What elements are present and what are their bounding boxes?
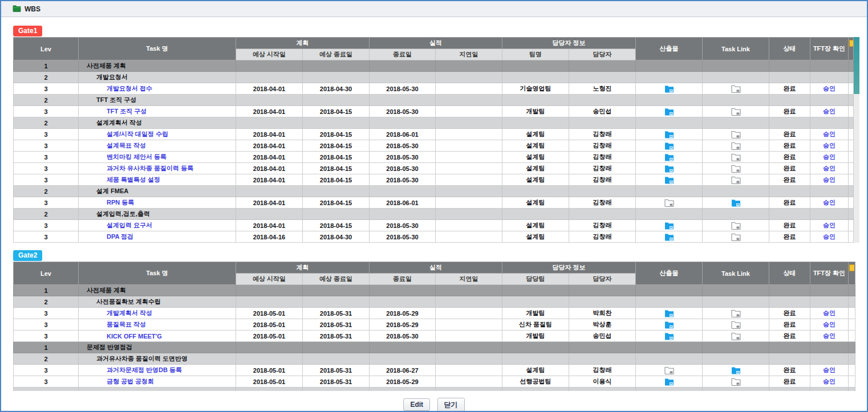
approve-link[interactable]: 승인: [823, 142, 835, 149]
plan-end-cell: 2018-04-30: [303, 231, 370, 243]
task-name-link[interactable]: 과거차 유사차종 품질이력 등록: [81, 165, 193, 172]
task-name-link[interactable]: 품질목표 작성: [81, 321, 146, 328]
folder-blue-icon[interactable]: [664, 377, 674, 384]
plan-start-cell: 2018-05-01: [236, 365, 303, 376]
col-group-plan: 계획: [236, 262, 370, 274]
folder-blue-icon[interactable]: [664, 309, 674, 316]
folder-blue-icon[interactable]: [664, 164, 674, 171]
scrollbar-thumb[interactable]: [854, 37, 859, 94]
task-name-link[interactable]: 개발계획서 작성: [81, 309, 152, 316]
team-cell: [502, 72, 569, 83]
approve-link[interactable]: 승인: [823, 321, 835, 328]
edit-button[interactable]: Edit: [403, 398, 430, 411]
approve-link[interactable]: 승인: [823, 130, 835, 137]
task-name-link[interactable]: RPN 등록: [81, 199, 134, 206]
folder-blue-icon[interactable]: [664, 84, 674, 91]
confirm-cell: [810, 186, 849, 197]
approve-link[interactable]: 승인: [823, 233, 835, 240]
folder-outline-icon[interactable]: [731, 164, 741, 171]
confirm-cell: [810, 72, 849, 83]
status-cell: 완료: [769, 140, 810, 152]
approve-link[interactable]: 승인: [823, 165, 835, 172]
folder-outline-icon[interactable]: [664, 198, 674, 205]
clipped-cell: [849, 308, 855, 319]
task-row: 3벤치마킹 제안서 등록2018-04-012018-04-152018-05-…: [14, 152, 854, 163]
task-name-link[interactable]: DPA 점검: [81, 233, 133, 240]
plan-end-cell: [303, 285, 370, 296]
folder-blue-icon[interactable]: [664, 130, 674, 137]
clipped-cell: [849, 129, 854, 140]
task-name-link[interactable]: 개발요청서 접수: [81, 85, 152, 92]
folder-blue-icon[interactable]: [664, 176, 674, 182]
folder-outline-icon[interactable]: [731, 84, 741, 91]
actual-end-cell: 2018-05-30: [370, 140, 436, 152]
status-cell: 완료: [769, 163, 810, 174]
approve-link[interactable]: 승인: [823, 309, 835, 316]
plan-end-cell: 2018-05-31: [303, 376, 370, 387]
confirm-cell: 승인: [810, 197, 849, 209]
clipped-cell: [849, 353, 855, 365]
close-button[interactable]: 닫기: [437, 398, 465, 412]
approve-link[interactable]: 승인: [823, 85, 835, 92]
folder-outline-icon[interactable]: [731, 332, 741, 338]
folder-blue-icon[interactable]: [664, 141, 674, 148]
plan-end-cell: 2018-04-15: [303, 129, 370, 140]
folder-outline-icon[interactable]: [731, 221, 741, 228]
approve-link[interactable]: 승인: [823, 378, 835, 385]
task-name-link[interactable]: TFT 조직 구성: [81, 108, 147, 115]
task-name-link[interactable]: 설계/시작 대일정 수립: [81, 130, 168, 137]
folder-outline-icon[interactable]: [731, 141, 741, 148]
folder-outline-icon[interactable]: [731, 320, 741, 327]
approve-link[interactable]: 승인: [823, 199, 835, 206]
task-name-link[interactable]: KICK OFF MEET'G: [81, 333, 162, 340]
plan-end-cell: 2018-04-15: [303, 220, 370, 231]
clipped-cell: [849, 331, 855, 342]
confirm-cell: [810, 285, 849, 296]
folder-outline-icon[interactable]: [731, 232, 741, 239]
task-name-link[interactable]: 과거차문제점 반영DB 등록: [81, 366, 182, 373]
folder-blue-icon[interactable]: [664, 153, 674, 160]
folder-outline-icon[interactable]: [664, 366, 674, 373]
approve-link[interactable]: 승인: [823, 153, 835, 160]
task-name-cell: 개발요청서: [79, 72, 236, 83]
team-cell: 설계팀: [502, 140, 569, 152]
plan-start-cell: 2018-04-01: [236, 140, 303, 152]
vertical-scrollbar[interactable]: [854, 37, 859, 243]
person-cell: 송민섭: [569, 106, 636, 117]
approve-link[interactable]: 승인: [823, 366, 835, 373]
folder-blue-icon[interactable]: [664, 320, 674, 327]
footer-toolbar: Edit 닫기: [13, 398, 867, 412]
folder-outline-icon[interactable]: [731, 377, 741, 384]
plan-end-cell: 2018-05-31: [303, 365, 370, 376]
folder-outline-icon[interactable]: [731, 176, 741, 182]
task-name-link[interactable]: 제품 특별특성 설정: [81, 176, 160, 183]
folder-outline-icon[interactable]: [731, 309, 741, 316]
approve-link[interactable]: 승인: [823, 176, 835, 183]
approve-link[interactable]: 승인: [823, 332, 835, 339]
group-row: 1사전제품 계획: [14, 285, 855, 296]
folder-outline-icon[interactable]: [731, 153, 741, 160]
folder-blue-icon[interactable]: [664, 221, 674, 228]
folder-blue-icon[interactable]: [664, 107, 674, 114]
lev-cell: 3: [14, 365, 79, 376]
folder-blue-icon[interactable]: [731, 198, 741, 205]
actual-end-cell: 2018-05-30: [370, 152, 436, 163]
task-name-link[interactable]: 금형 공법 공청회: [81, 378, 154, 385]
task-link-cell: [703, 197, 769, 209]
approve-link[interactable]: 승인: [823, 222, 835, 229]
col-header-status: 상태: [769, 262, 810, 285]
task-name-link[interactable]: 설계목표 작성: [81, 142, 146, 149]
folder-outline-icon[interactable]: [731, 130, 741, 137]
task-name-link[interactable]: 벤치마킹 제안서 등록: [81, 153, 167, 160]
folder-outline-icon[interactable]: [731, 107, 741, 114]
approve-link[interactable]: 승인: [823, 108, 835, 115]
folder-blue-icon[interactable]: [664, 332, 674, 338]
folder-blue-icon[interactable]: [731, 366, 741, 373]
task-link-cell: [703, 83, 769, 95]
plan-end-cell: [303, 296, 370, 308]
clipped-cell: [14, 387, 79, 391]
folder-blue-icon[interactable]: [664, 232, 674, 239]
lev-cell: 2: [14, 72, 79, 83]
task-name-cell: 개발계획서 작성: [79, 308, 236, 319]
task-name-link[interactable]: 설계입력 요구서: [81, 222, 152, 229]
